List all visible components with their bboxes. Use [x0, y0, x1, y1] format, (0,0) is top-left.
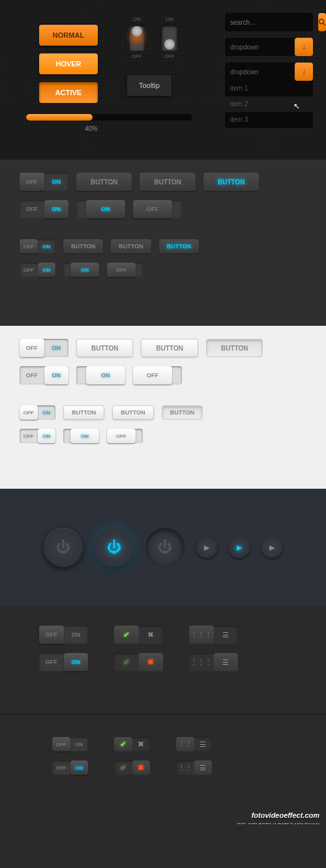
toggle-off-label: OFF: [20, 429, 38, 443]
toggle-off-label: OFF: [39, 626, 64, 644]
search-button[interactable]: [318, 13, 326, 31]
button-small-active[interactable]: BUTTON: [159, 239, 199, 253]
view-toggle-list[interactable]: ⋮⋮⋮☰: [189, 653, 238, 671]
icon-toggle-small-section: OFFON ✔✖ ⋮⋮☰ OFFON ✔✖ ⋮⋮☰ fotovideoeffec…: [0, 714, 326, 824]
button-small[interactable]: BUTTON: [111, 239, 151, 253]
play-button-pressed[interactable]: ▶: [261, 537, 282, 558]
list-icon: ☰: [194, 760, 213, 775]
view-toggle-grid-small[interactable]: ⋮⋮☰: [176, 737, 212, 751]
button-normal[interactable]: BUTTON: [76, 173, 132, 191]
check-toggle-off-small[interactable]: ✔✖: [114, 760, 150, 775]
switch-knob-icon: [164, 39, 175, 50]
toggle-on-small[interactable]: OFFON: [52, 760, 88, 775]
dropdown-arrow-icon: ↓: [295, 63, 313, 81]
search-icon: [318, 18, 326, 26]
hover-button[interactable]: HOVER: [39, 53, 98, 74]
toggle-on-small-wide[interactable]: ON: [63, 429, 99, 443]
grid-icon: ⋮⋮⋮: [189, 626, 214, 644]
physical-switch-off[interactable]: ON OFF: [156, 16, 183, 59]
power-icon: ⏻: [107, 539, 121, 556]
toggle-off-wide[interactable]: OFF: [133, 366, 182, 384]
button-small[interactable]: BUTTON: [112, 405, 153, 420]
toggle-off-small[interactable]: OFFON: [20, 405, 55, 420]
toggle-on-label: ON: [44, 339, 69, 357]
button-active[interactable]: BUTTON: [203, 173, 259, 191]
toggle-off-small-wide[interactable]: OFF: [107, 263, 143, 277]
physical-switch-on[interactable]: ON OFF: [124, 16, 150, 59]
dropdown-label: dropdown: [230, 68, 259, 76]
search-input[interactable]: [225, 13, 318, 31]
play-button[interactable]: ▶: [196, 537, 217, 558]
toggle-on-small[interactable]: OFFON: [20, 429, 55, 443]
toggle-off-small[interactable]: OFFON: [20, 239, 55, 253]
power-button-on[interactable]: ⏻: [95, 528, 134, 567]
toggle-off[interactable]: OFFON: [20, 339, 68, 357]
dropdown-open[interactable]: dropdown ↓: [225, 63, 313, 81]
dropdown-item[interactable]: item 2↖: [225, 96, 313, 112]
dropdown-label: dropdown: [230, 44, 259, 51]
toggle-off-small-wide[interactable]: OFF: [107, 429, 143, 443]
list-icon: ☰: [214, 626, 239, 644]
button-hover[interactable]: BUTTON: [140, 173, 195, 191]
grid-icon: ⋮⋮⋮: [189, 653, 214, 671]
toggle-on-wide[interactable]: ON: [76, 200, 125, 218]
button-pressed[interactable]: BUTTON: [206, 339, 263, 357]
check-icon: ✔: [114, 653, 139, 671]
toggle-on-small-wide[interactable]: ON: [63, 263, 99, 277]
button-hover[interactable]: BUTTON: [141, 339, 198, 357]
check-toggle-off[interactable]: ✔✖: [114, 653, 163, 671]
progress-bar[interactable]: [26, 114, 192, 121]
active-button[interactable]: ACTIVE: [39, 82, 98, 103]
toggle-on-label: ON: [38, 429, 56, 443]
toggle-off-label: OFF: [52, 737, 70, 751]
toggle-on[interactable]: OFFON: [20, 366, 68, 384]
button-normal[interactable]: BUTTON: [76, 339, 133, 357]
list-icon: ☰: [194, 737, 213, 751]
toggle-on[interactable]: OFFON: [20, 200, 68, 218]
toggle-on-label: ON: [70, 760, 89, 775]
search-box: [225, 13, 313, 31]
toggle-on-label: ON: [44, 366, 69, 384]
toggle-off-label: OFF: [20, 200, 44, 218]
svg-point-0: [319, 20, 324, 24]
dropdown-item[interactable]: item 3: [225, 112, 313, 128]
power-icon: ⏻: [158, 539, 172, 556]
toggle-on-label: ON: [64, 653, 89, 671]
toggle-off-label: OFF: [133, 200, 172, 218]
toggle-on-label: ON: [44, 200, 69, 218]
dropdown-closed[interactable]: dropdown ↓: [225, 38, 313, 56]
toggle-on-label: ON: [70, 737, 89, 751]
button-small-pressed[interactable]: BUTTON: [162, 405, 203, 420]
toggle-off-wide[interactable]: OFF: [133, 200, 182, 218]
progress-fill: [26, 114, 93, 121]
toggle-off-label: OFF: [20, 405, 38, 420]
check-toggle-on-small[interactable]: ✔✖: [114, 737, 150, 751]
toggle-off-label: OFF: [39, 653, 64, 671]
view-toggle-grid[interactable]: ⋮⋮⋮☰: [189, 626, 238, 644]
light-button-section: OFFON BUTTON BUTTON BUTTON OFFON ON OFF …: [0, 326, 326, 489]
toggle-off-label: OFF: [52, 760, 70, 775]
toggle-off[interactable]: OFFON: [39, 626, 88, 644]
power-button-off[interactable]: ⏻: [44, 528, 83, 567]
toggle-on-label: ON: [70, 429, 99, 443]
normal-button[interactable]: NORMAL: [39, 25, 98, 46]
toggle-off[interactable]: OFFON: [20, 173, 68, 191]
power-button-pressed[interactable]: ⏻: [145, 528, 185, 567]
grid-icon: ⋮⋮: [176, 737, 194, 751]
dropdown-item[interactable]: item 1: [225, 81, 313, 96]
button-small[interactable]: BUTTON: [63, 239, 103, 253]
orange-ui-section: NORMAL HOVER ACTIVE ON OFF ON OFF Toolti…: [0, 0, 326, 160]
button-small[interactable]: BUTTON: [63, 405, 104, 420]
cursor-icon: ↖: [293, 98, 300, 114]
svg-line-1: [323, 23, 325, 25]
check-toggle-on[interactable]: ✔✖: [114, 626, 163, 644]
check-icon: ✔: [114, 760, 132, 775]
toggle-on[interactable]: OFFON: [39, 653, 88, 671]
check-icon: ✔: [114, 737, 132, 751]
toggle-on-small[interactable]: OFFON: [20, 263, 55, 277]
toggle-off-small[interactable]: OFFON: [52, 737, 88, 751]
play-button-active[interactable]: ▶: [229, 537, 250, 558]
progress-label: 40%: [85, 125, 98, 132]
view-toggle-list-small[interactable]: ⋮⋮☰: [176, 760, 212, 775]
toggle-on-wide[interactable]: ON: [76, 366, 125, 384]
